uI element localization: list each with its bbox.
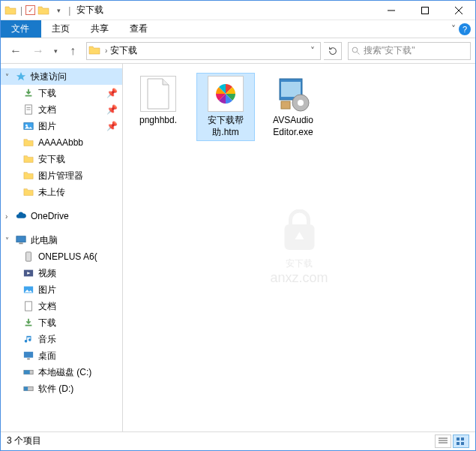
sidebar-pictures[interactable]: 图片 📌 bbox=[1, 118, 122, 134]
addr-chevron-icon[interactable]: › bbox=[105, 47, 107, 55]
file-thumb-exe bbox=[275, 76, 311, 112]
sidebar-disk-c[interactable]: 本地磁盘 (C:) bbox=[1, 364, 122, 380]
sidebar-pictures2[interactable]: 图片 bbox=[1, 281, 122, 298]
svg-rect-16 bbox=[25, 302, 32, 311]
file-area[interactable]: pnghhbd. 安下载帮助.htm AVSAudioEditor.exe 安下… bbox=[123, 64, 475, 431]
sidebar-label: 下载 bbox=[38, 87, 56, 100]
expand-icon[interactable]: ˅ bbox=[5, 236, 14, 245]
sidebar-label: 文档 bbox=[38, 300, 56, 313]
folder-icon bbox=[22, 136, 35, 149]
sidebar-onedrive[interactable]: › OneDrive bbox=[1, 208, 122, 224]
checkbox-icon[interactable]: ✓ bbox=[25, 5, 35, 15]
sidebar-downloads2[interactable]: 下载 bbox=[1, 314, 122, 331]
address-segment[interactable]: 安下载 bbox=[110, 44, 307, 57]
sidebar-label: 音乐 bbox=[38, 333, 56, 346]
sidebar-label: 图片 bbox=[38, 284, 56, 296]
tab-file[interactable]: 文件 bbox=[1, 20, 41, 38]
svg-rect-20 bbox=[24, 370, 30, 374]
sidebar: ˅ 快速访问 下载 📌 文档 📌 图片 📌 AAAAAbbb 安下载 bbox=[1, 64, 123, 431]
star-icon bbox=[14, 70, 28, 83]
file-item-htm[interactable]: 安下载帮助.htm bbox=[196, 73, 255, 141]
disk-icon bbox=[22, 365, 35, 379]
svg-point-10 bbox=[25, 125, 28, 127]
close-button[interactable] bbox=[442, 1, 475, 20]
svg-rect-17 bbox=[24, 352, 33, 358]
tab-view[interactable]: 查看 bbox=[119, 20, 158, 38]
sidebar-label: 图片管理器 bbox=[38, 170, 83, 182]
address-bar[interactable]: › 安下载 ˅ bbox=[86, 42, 321, 60]
statusbar: 3 个项目 bbox=[1, 431, 475, 449]
download-icon bbox=[22, 316, 35, 329]
tab-home[interactable]: 主页 bbox=[41, 20, 80, 38]
folder-icon bbox=[88, 44, 102, 58]
qat-sep: | bbox=[20, 5, 22, 16]
minimize-button[interactable] bbox=[374, 1, 408, 20]
device-icon bbox=[22, 250, 35, 263]
file-thumb-htm bbox=[208, 76, 244, 112]
back-button[interactable]: ← bbox=[5, 41, 26, 61]
sidebar-label: 文档 bbox=[38, 104, 56, 116]
cloud-icon bbox=[14, 209, 28, 223]
sidebar-oneplus[interactable]: ONEPLUS A6( bbox=[1, 248, 122, 265]
svg-rect-34 bbox=[461, 437, 464, 440]
sidebar-downloads[interactable]: 下载 📌 bbox=[1, 85, 122, 101]
tab-share[interactable]: 共享 bbox=[80, 20, 119, 38]
document-icon bbox=[22, 299, 35, 313]
sidebar-folder-picmgr[interactable]: 图片管理器 bbox=[1, 167, 122, 184]
file-item-png[interactable]: pnghhbd. bbox=[129, 73, 187, 130]
sidebar-music[interactable]: 音乐 bbox=[1, 331, 122, 347]
svg-rect-18 bbox=[27, 359, 30, 360]
view-mode-buttons bbox=[435, 434, 469, 448]
window-title: 安下载 bbox=[76, 4, 103, 17]
addr-dropdown-icon[interactable]: ˅ bbox=[307, 46, 319, 56]
forward-button[interactable]: → bbox=[28, 41, 49, 61]
ribbon: 文件 主页 共享 查看 ˅ ? bbox=[1, 20, 475, 38]
picture-icon bbox=[22, 119, 35, 133]
sidebar-documents[interactable]: 文档 📌 bbox=[1, 101, 122, 118]
pc-icon bbox=[14, 233, 28, 247]
file-label: pnghhbd. bbox=[139, 115, 177, 127]
status-item-count: 3 个项目 bbox=[7, 434, 41, 447]
sidebar-quick-access[interactable]: ˅ 快速访问 bbox=[1, 68, 122, 85]
view-details-button[interactable] bbox=[435, 434, 451, 448]
view-icons-button[interactable] bbox=[453, 434, 469, 448]
qat-dropdown-icon[interactable]: ▾ bbox=[52, 4, 65, 17]
watermark: 安下载 anxz.com bbox=[270, 209, 328, 286]
qat-sep2: | bbox=[68, 5, 70, 16]
sidebar-folder-noupload[interactable]: 未上传 bbox=[1, 184, 122, 200]
sidebar-folder-a[interactable]: AAAAAbbb bbox=[1, 134, 122, 151]
up-button[interactable]: ↑ bbox=[62, 41, 83, 61]
ribbon-expand-icon[interactable]: ˅ bbox=[451, 24, 456, 35]
desktop-icon bbox=[22, 349, 35, 362]
sidebar-label: 安下载 bbox=[38, 153, 65, 166]
sidebar-this-pc[interactable]: ˅ 此电脑 bbox=[1, 232, 122, 248]
sidebar-disk-d[interactable]: 软件 (D:) bbox=[1, 380, 122, 397]
sidebar-folder-anxz[interactable]: 安下载 bbox=[1, 151, 122, 167]
expand-icon[interactable]: › bbox=[5, 212, 14, 221]
search-input[interactable]: 搜索"安下载" bbox=[348, 42, 471, 60]
expand-icon[interactable]: ˅ bbox=[5, 73, 14, 81]
picture-icon bbox=[22, 283, 35, 296]
refresh-button[interactable] bbox=[324, 42, 342, 60]
navbar: ← → ▾ ↑ › 安下载 ˅ 搜索"安下载" bbox=[1, 38, 475, 64]
maximize-button[interactable] bbox=[408, 1, 442, 20]
svg-rect-13 bbox=[26, 252, 31, 261]
sidebar-videos[interactable]: 视频 bbox=[1, 265, 122, 281]
sidebar-documents2[interactable]: 文档 bbox=[1, 298, 122, 314]
video-icon bbox=[22, 266, 35, 280]
svg-point-4 bbox=[352, 47, 358, 53]
sidebar-label: 视频 bbox=[38, 267, 56, 280]
folder-icon-2 bbox=[37, 4, 50, 17]
main: ˅ 快速访问 下载 📌 文档 📌 图片 📌 AAAAAbbb 安下载 bbox=[1, 64, 475, 431]
recent-dropdown[interactable]: ▾ bbox=[50, 41, 61, 61]
sidebar-label: AAAAAbbb bbox=[38, 137, 83, 148]
file-item-exe[interactable]: AVSAudioEditor.exe bbox=[264, 73, 322, 141]
ribbon-help: ˅ ? bbox=[451, 20, 475, 38]
file-label: AVSAudioEditor.exe bbox=[273, 115, 313, 138]
disk-icon bbox=[22, 382, 35, 395]
sidebar-desktop[interactable]: 桌面 bbox=[1, 347, 122, 364]
svg-point-27 bbox=[298, 100, 304, 106]
help-icon[interactable]: ? bbox=[459, 23, 471, 35]
sidebar-label: ONEPLUS A6( bbox=[38, 251, 97, 262]
svg-rect-35 bbox=[457, 442, 460, 445]
